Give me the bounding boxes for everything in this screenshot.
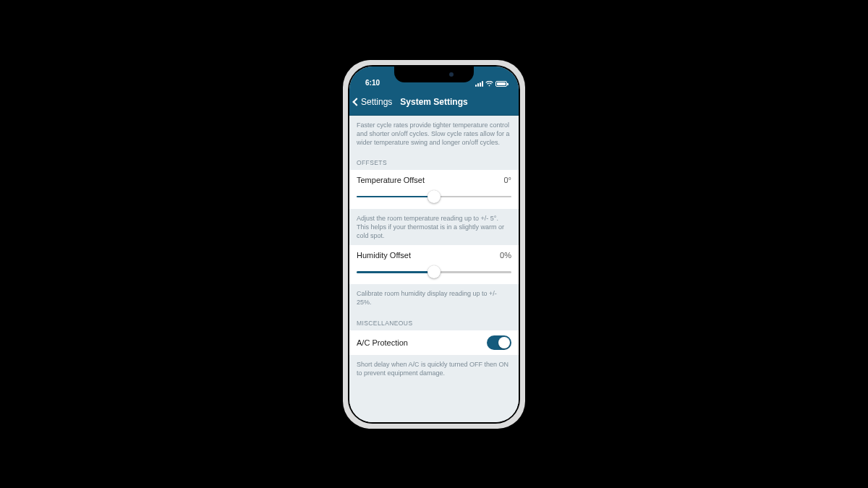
chevron-left-icon — [352, 98, 360, 106]
battery-icon — [495, 81, 507, 87]
temperature-offset-row: Temperature Offset 0° — [349, 170, 519, 209]
back-button[interactable]: Settings — [349, 97, 396, 107]
wifi-icon — [485, 81, 493, 87]
temperature-offset-value: 0° — [503, 176, 511, 184]
humidity-offset-value: 0% — [500, 251, 511, 260]
humidity-offset-slider[interactable] — [357, 265, 511, 278]
phone-frame: 6:10 Settings System Settings — [343, 60, 525, 429]
screen: 6:10 Settings System Settings — [349, 67, 519, 422]
cellular-signal-icon — [475, 81, 483, 87]
temperature-offset-slider[interactable] — [357, 190, 511, 203]
ac-protection-toggle[interactable] — [487, 335, 511, 350]
section-header-misc: MISCELLANEOUS — [349, 312, 519, 330]
toggle-knob-icon — [498, 337, 510, 348]
humidity-offset-row: Humidity Offset 0% — [349, 245, 519, 284]
phone-bezel: 6:10 Settings System Settings — [348, 65, 520, 424]
humidity-offset-label: Humidity Offset — [357, 251, 411, 260]
content-scroll[interactable]: Faster cycle rates provide tighter tempe… — [349, 116, 519, 422]
status-time: 6:10 — [361, 79, 380, 87]
page-title: System Settings — [400, 97, 467, 107]
nav-bar: Settings System Settings — [349, 90, 519, 116]
ac-protection-help: Short delay when A/C is quickly turned O… — [349, 355, 519, 382]
temperature-offset-label: Temperature Offset — [357, 176, 425, 184]
status-indicators — [475, 81, 507, 87]
temperature-offset-help: Adjust the room temperature reading up t… — [349, 209, 519, 245]
slider-thumb-icon[interactable] — [427, 190, 441, 203]
notch — [394, 67, 474, 82]
slider-thumb-icon[interactable] — [427, 265, 441, 278]
back-label: Settings — [361, 97, 392, 107]
ac-protection-row: A/C Protection — [349, 330, 519, 355]
humidity-offset-help: Calibrate room humidity display reading … — [349, 284, 519, 312]
cycle-rate-help: Faster cycle rates provide tighter tempe… — [349, 116, 519, 152]
section-header-offsets: OFFSETS — [349, 152, 519, 170]
ac-protection-label: A/C Protection — [357, 338, 408, 347]
